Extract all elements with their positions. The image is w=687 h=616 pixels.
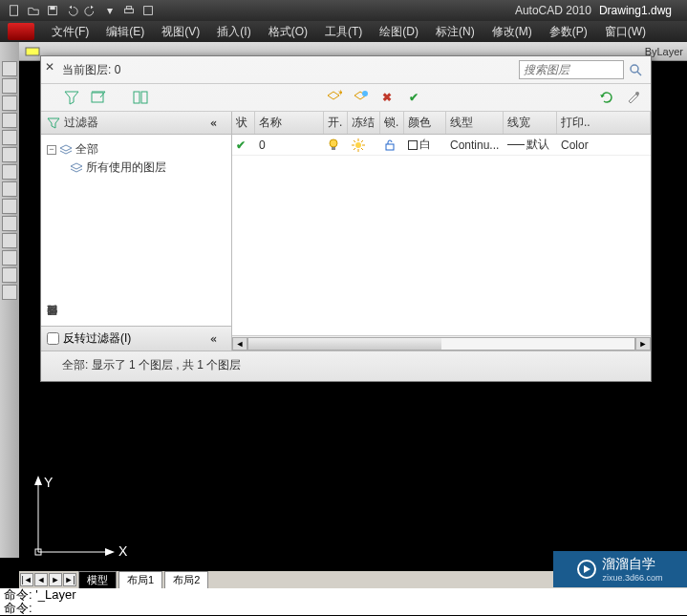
filter-tree[interactable]: − 全部 所有使用的图层 xyxy=(41,135,231,326)
svg-line-14 xyxy=(637,72,641,75)
color-swatch-icon xyxy=(408,140,418,150)
col-lock[interactable]: 锁. xyxy=(380,112,404,134)
svg-line-29 xyxy=(354,140,355,142)
tab-nav-prev-icon[interactable]: ◄ xyxy=(34,573,48,586)
trim-tool-icon[interactable] xyxy=(2,250,17,266)
document-title: Drawing1.dwg xyxy=(599,4,687,17)
layer-linetype[interactable]: Continu... xyxy=(446,137,504,154)
col-linetype[interactable]: 线型 xyxy=(446,112,504,134)
menu-draw[interactable]: 绘图(D) xyxy=(374,22,424,42)
menu-tools[interactable]: 工具(T) xyxy=(319,22,368,42)
new-icon[interactable] xyxy=(6,2,23,19)
layer-row[interactable]: ✔ 0 白 Continu... 默认 Color xyxy=(232,135,651,156)
close-icon[interactable]: ✕ xyxy=(45,60,56,72)
menu-insert[interactable]: 插入(I) xyxy=(211,22,256,42)
open-icon[interactable] xyxy=(25,2,42,19)
layer-lineweight[interactable]: 默认 xyxy=(504,135,557,155)
rotate-tool-icon[interactable] xyxy=(2,233,17,248)
rectangle-tool-icon[interactable] xyxy=(2,130,17,145)
new-property-filter-icon[interactable] xyxy=(62,88,81,107)
tab-nav-first-icon[interactable]: |◄ xyxy=(20,573,33,586)
layer-color-cell[interactable]: 白 xyxy=(404,135,446,155)
polyline-tool-icon[interactable] xyxy=(2,78,17,94)
scroll-track[interactable] xyxy=(247,337,635,350)
sun-icon[interactable] xyxy=(348,137,380,154)
col-plot[interactable]: 打印.. xyxy=(557,112,651,134)
tab-layout2[interactable]: 布局2 xyxy=(164,571,208,588)
arc-tool-icon[interactable] xyxy=(2,113,17,128)
scroll-thumb[interactable] xyxy=(248,338,441,350)
col-on[interactable]: 开. xyxy=(324,112,348,134)
set-current-icon[interactable]: ✔ xyxy=(404,88,423,107)
offset-tool-icon[interactable] xyxy=(2,285,17,300)
col-lineweight[interactable]: 线宽 xyxy=(504,112,557,134)
save-icon[interactable] xyxy=(44,2,61,19)
app-menu-icon[interactable] xyxy=(8,23,34,40)
menu-window[interactable]: 窗口(W) xyxy=(599,22,652,42)
command-line[interactable]: 命令: '_Layer 命令: xyxy=(0,588,687,615)
search-layer-input[interactable] xyxy=(519,60,624,79)
lightbulb-on-icon[interactable] xyxy=(324,137,348,154)
tree-toggle-icon[interactable]: − xyxy=(47,145,56,155)
layer-plotstyle[interactable]: Color xyxy=(557,137,651,154)
tab-model[interactable]: 模型 xyxy=(78,571,117,588)
search-icon[interactable] xyxy=(628,62,643,77)
move-tool-icon[interactable] xyxy=(2,199,17,214)
app-title: AutoCAD 2010 xyxy=(515,4,599,17)
tree-root-all[interactable]: − 全部 xyxy=(47,140,225,159)
svg-rect-33 xyxy=(386,144,394,150)
new-group-filter-icon[interactable] xyxy=(89,88,108,107)
col-color[interactable]: 颜色 xyxy=(404,112,446,134)
circle-tool-icon[interactable] xyxy=(2,96,17,111)
tab-nav-last-icon[interactable]: ►| xyxy=(63,573,76,586)
layer-list[interactable]: ✔ 0 白 Continu... 默认 Color xyxy=(232,135,651,335)
layer-columns-header: 状 名称 开. 冻结 锁. 颜色 线型 线宽 打印.. xyxy=(232,112,651,135)
copy-tool-icon[interactable] xyxy=(2,216,17,231)
horizontal-scrollbar[interactable]: ◄ ► xyxy=(232,335,651,350)
new-layer-icon[interactable]: ✶ xyxy=(324,88,343,107)
ucs-icon: Y X xyxy=(31,474,117,560)
new-layer-frozen-icon[interactable] xyxy=(351,88,370,107)
settings-icon[interactable] xyxy=(624,88,643,107)
col-freeze[interactable]: 冻结 xyxy=(348,112,380,134)
hatch-tool-icon[interactable] xyxy=(2,147,17,162)
dimension-tool-icon[interactable] xyxy=(2,181,17,197)
refresh-icon[interactable] xyxy=(597,88,616,107)
extend-tool-icon[interactable] xyxy=(2,267,17,283)
print-icon[interactable] xyxy=(120,2,138,19)
menu-file[interactable]: 文件(F) xyxy=(46,22,95,42)
invert-filter-checkbox[interactable] xyxy=(47,332,59,345)
play-icon xyxy=(577,560,596,579)
menu-parametric[interactable]: 参数(P) xyxy=(544,22,593,42)
ucs-x-label: X xyxy=(118,543,128,559)
layer-list-icon[interactable] xyxy=(23,43,42,60)
svg-point-22 xyxy=(330,139,337,147)
tab-layout1[interactable]: 布局1 xyxy=(118,571,162,588)
tree-used-layers[interactable]: 所有使用的图层 xyxy=(47,159,225,177)
collapse-filter-icon[interactable]: « xyxy=(210,117,225,130)
plot-preview-icon[interactable] xyxy=(140,2,157,19)
collapse-filter-foot-icon[interactable]: « xyxy=(210,332,225,346)
line-tool-icon[interactable] xyxy=(2,61,17,76)
undo-icon[interactable] xyxy=(63,2,80,19)
text-tool-icon[interactable] xyxy=(2,164,17,180)
menu-edit[interactable]: 编辑(E) xyxy=(100,22,150,42)
unlock-icon[interactable] xyxy=(380,138,404,153)
delete-layer-icon[interactable]: ✖ xyxy=(377,88,397,107)
invert-filter-label: 反转过滤器(I) xyxy=(63,330,131,347)
col-status[interactable]: 状 xyxy=(232,112,255,134)
redo-icon[interactable] xyxy=(82,2,99,19)
menu-view[interactable]: 视图(V) xyxy=(156,22,205,42)
menu-dimension[interactable]: 标注(N) xyxy=(430,22,481,42)
qat-dropdown-icon[interactable]: ▾ xyxy=(101,2,118,19)
scroll-left-icon[interactable]: ◄ xyxy=(232,337,247,350)
menu-modify[interactable]: 修改(M) xyxy=(486,22,538,42)
svg-rect-16 xyxy=(134,92,140,103)
layer-states-manager-icon[interactable] xyxy=(131,88,150,107)
scroll-right-icon[interactable]: ► xyxy=(635,337,651,350)
tab-nav-next-icon[interactable]: ► xyxy=(49,573,62,586)
command-history-line: 命令: '_Layer xyxy=(4,588,683,602)
layer-name[interactable]: 0 xyxy=(255,137,324,154)
menu-format[interactable]: 格式(O) xyxy=(263,22,313,42)
col-name[interactable]: 名称 xyxy=(255,112,324,134)
